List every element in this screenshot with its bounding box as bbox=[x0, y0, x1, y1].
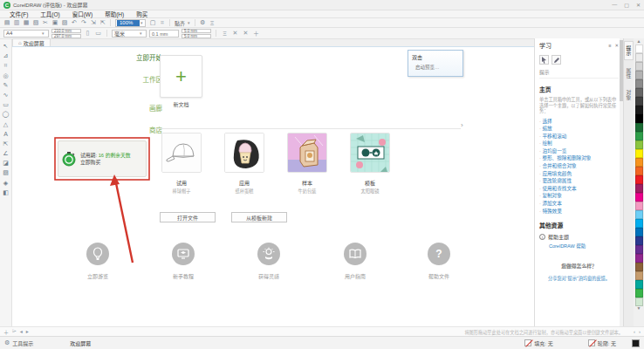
menu-item-3[interactable]: 帮助(H) bbox=[99, 10, 130, 18]
template-card-carton[interactable]: 样本 牛奶包装 bbox=[287, 133, 327, 194]
hint-link-3[interactable]: 绘制 bbox=[539, 140, 619, 147]
status-gear-icon[interactable]: ⚙ bbox=[4, 339, 10, 346]
palette-swatch-2[interactable] bbox=[635, 62, 643, 71]
hint-edit-button[interactable] bbox=[552, 55, 561, 65]
palette-swatch-25[interactable] bbox=[635, 263, 643, 271]
hint-link-2[interactable]: 平移和滚动 bbox=[539, 133, 619, 140]
options-gear-icon[interactable]: ⚙ bbox=[198, 19, 207, 26]
palette-swatch-11[interactable] bbox=[635, 140, 643, 149]
hint-link-0[interactable]: 选择 bbox=[539, 118, 619, 126]
outline-indicator[interactable]: 轮廓: 无 bbox=[588, 339, 616, 347]
dimension-tool[interactable]: ⇱ bbox=[3, 140, 9, 147]
palette-scroll-up-icon[interactable]: ▲ bbox=[637, 39, 641, 44]
page-size-combo[interactable]: A4 ▾ bbox=[3, 30, 49, 38]
docker-tab-提示[interactable]: 提示 bbox=[625, 42, 633, 59]
fill-tool[interactable]: ◧ bbox=[3, 189, 9, 195]
portrait-icon[interactable]: ▯ bbox=[84, 30, 92, 37]
docker-close-icon[interactable]: ✕ bbox=[614, 43, 619, 48]
palette-swatch-12[interactable] bbox=[635, 149, 643, 158]
palette-swatch-22[interactable] bbox=[635, 236, 643, 245]
palette-swatch-0[interactable] bbox=[635, 44, 643, 53]
palette-swatch-17[interactable] bbox=[635, 193, 643, 202]
hscroll-right-icon[interactable]: › bbox=[639, 329, 641, 334]
options-bar-icon[interactable]: Ξ bbox=[221, 31, 229, 37]
maximize-icon[interactable]: ▢ bbox=[624, 2, 629, 8]
open-file-button[interactable]: 打开文件 bbox=[160, 212, 216, 222]
fullscreen-icon[interactable]: ▢ bbox=[148, 19, 157, 26]
print-icon[interactable]: ▧ bbox=[31, 19, 40, 26]
new-document-icon[interactable]: ▤ bbox=[3, 19, 11, 26]
nav-item-1[interactable]: 工作区 bbox=[82, 74, 162, 84]
hint-link-5[interactable]: 整形、擦除和删除对象 bbox=[539, 154, 619, 162]
freehand-tool[interactable]: ✎ bbox=[3, 82, 9, 88]
palette-swatch-3[interactable] bbox=[635, 71, 643, 79]
palette-swatch-23[interactable] bbox=[635, 245, 643, 254]
trial-status-box[interactable]: 试用期: 16 的剩余天数 立即购买 bbox=[58, 140, 147, 177]
palette-swatch-7[interactable] bbox=[635, 106, 643, 114]
page-height-field[interactable]: 297.0 mm bbox=[51, 34, 81, 38]
nudge-distance-field[interactable]: 0.1 mm bbox=[149, 30, 179, 38]
fill-indicator[interactable]: 填充: 无 bbox=[524, 339, 552, 347]
polygon-tool[interactable]: △ bbox=[3, 121, 8, 127]
duplicate-y-field[interactable]: 5.0 mm bbox=[182, 34, 211, 38]
open-icon[interactable]: ▥ bbox=[12, 19, 21, 26]
zoom-tool[interactable]: ◎ bbox=[3, 72, 8, 79]
palette-swatch-20[interactable] bbox=[635, 219, 643, 228]
hint-link-8[interactable]: 更改轮廓属性 bbox=[539, 177, 619, 185]
palette-swatch-5[interactable] bbox=[635, 88, 643, 97]
palette-swatch-9[interactable] bbox=[635, 123, 643, 132]
zoom-level-combo[interactable]: 100% ▾ bbox=[115, 19, 146, 27]
docker-menu-icon[interactable]: ≡ bbox=[608, 43, 611, 48]
chevron-right-icon[interactable]: › bbox=[461, 121, 463, 129]
page-pen-icon[interactable]: ⌲ bbox=[12, 328, 17, 336]
nav-item-3[interactable]: 商店 bbox=[82, 125, 162, 134]
palette-swatch-24[interactable] bbox=[635, 254, 643, 263]
cut-icon[interactable]: ✂ bbox=[41, 19, 50, 26]
hint-link-4[interactable]: 泊坞窗一览 bbox=[539, 147, 619, 155]
tab-welcome-screen[interactable]: ⌂ 欢迎屏幕 bbox=[12, 38, 51, 46]
crop-tool[interactable]: ⌗ bbox=[4, 62, 8, 68]
palette-swatch-26[interactable] bbox=[635, 271, 643, 280]
transparency-tool[interactable]: ▨ bbox=[3, 169, 9, 175]
palette-swatch-19[interactable] bbox=[635, 210, 643, 219]
palette-swatch-28[interactable] bbox=[635, 289, 643, 298]
docker-tab-属性[interactable]: 属性 bbox=[625, 65, 633, 82]
hint-link-12[interactable]: 特殊效果 bbox=[539, 208, 619, 216]
delete-x-icon[interactable]: ✕ bbox=[231, 30, 239, 37]
pick-tool[interactable]: ↖ bbox=[3, 43, 9, 49]
nav-item-2[interactable]: 画廊 bbox=[82, 103, 162, 113]
template-card-cap[interactable]: 试用 棒球帽子 bbox=[161, 133, 202, 194]
ellipse-tool[interactable]: ◯ bbox=[3, 111, 10, 117]
prev-page-icon[interactable]: ◂ bbox=[20, 328, 23, 336]
hint-link-9[interactable]: 使用和查找文本 bbox=[539, 185, 619, 193]
copy-icon[interactable]: ▣ bbox=[51, 19, 59, 26]
hint-link-1[interactable]: 缩放 bbox=[539, 125, 619, 133]
shortcut-tutorials[interactable]: 新手教程 bbox=[154, 243, 212, 280]
buy-now-link[interactable]: 立即购买 bbox=[80, 159, 131, 166]
menu-item-0[interactable]: 文件(F) bbox=[3, 10, 34, 18]
template-card-cupcake[interactable]: 应用 纸杯蛋糕 bbox=[224, 133, 264, 194]
undo-icon[interactable]: ↶ bbox=[70, 19, 79, 26]
import-icon[interactable]: ⇲ bbox=[89, 19, 98, 26]
new-document-card[interactable]: + bbox=[160, 55, 202, 98]
redo-icon[interactable]: ↷ bbox=[79, 19, 88, 26]
palette-swatch-18[interactable] bbox=[635, 202, 643, 210]
shortcut-inspiration[interactable]: 获得灵感 bbox=[240, 243, 298, 280]
docker-tab-对象[interactable]: 对象 bbox=[625, 86, 633, 104]
page-width-field[interactable]: 210.0 mm bbox=[51, 29, 81, 33]
next-page-icon[interactable]: ▸ bbox=[26, 328, 29, 336]
duplicate-x-field[interactable]: 5.0 mm bbox=[182, 29, 211, 33]
delete-x2-icon[interactable]: ✕ bbox=[242, 30, 250, 37]
close-icon[interactable]: ✕ bbox=[636, 2, 641, 8]
hscroll-left-icon[interactable]: ‹ bbox=[634, 329, 635, 334]
palette-swatch-6[interactable] bbox=[635, 97, 643, 106]
eyedropper-tool[interactable]: ◈ bbox=[3, 180, 8, 186]
coreldraw-help-link[interactable]: CorelDRAW 帮助 bbox=[549, 243, 619, 250]
menu-item-2[interactable]: 窗口(W) bbox=[66, 10, 99, 18]
shape-tool[interactable]: ⊿ bbox=[3, 52, 9, 58]
palette-scroll-down-icon[interactable]: ▼ bbox=[637, 306, 641, 311]
shadow-tool[interactable]: ◪ bbox=[3, 160, 9, 166]
application-launcher-icon[interactable]: Ξ bbox=[208, 20, 216, 26]
add-page-icon[interactable]: ＋ bbox=[3, 328, 9, 336]
palette-swatch-14[interactable] bbox=[635, 167, 643, 175]
